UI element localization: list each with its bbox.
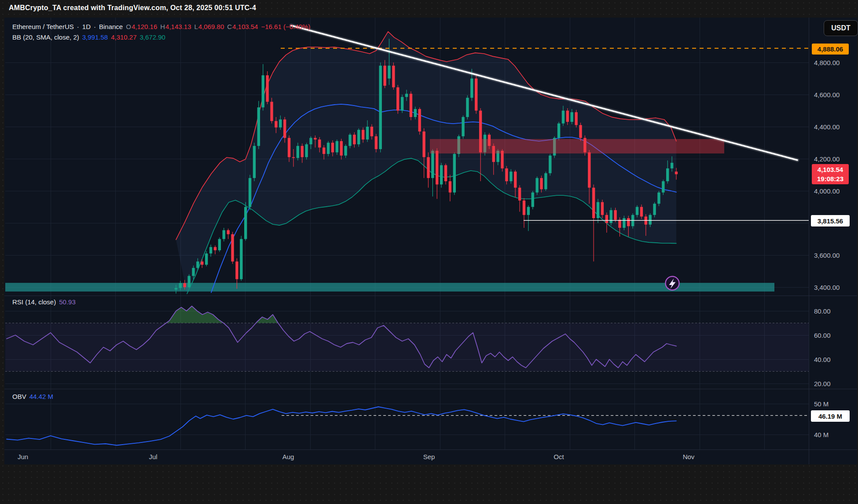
support-level-badge: 3,815.56 (811, 215, 850, 226)
rsi-tick-label: 80.00 (814, 307, 831, 315)
bb-upper-value: 4,310.27 (111, 33, 136, 41)
footer-bar: TradingView (0, 464, 858, 504)
time-axis-label-jul: Jul (149, 453, 157, 460)
rsi-value: 50.93 (59, 298, 76, 306)
chart-panel[interactable] (4, 18, 857, 464)
rsi-tick-label: 40.00 (814, 356, 831, 363)
high-value: H4,143.13 (160, 23, 191, 30)
time-axis-label-aug: Aug (282, 453, 294, 460)
open-value: O4,120.16 (126, 23, 157, 30)
watermark-bar: AMBCrypto_TA created with TradingView.co… (0, 0, 858, 18)
ath-price-badge: 4,888.06 (812, 44, 849, 55)
time-axis-label-sep: Sep (423, 453, 435, 460)
rsi-label: RSI (14, close) (12, 298, 56, 306)
symbol-legend[interactable]: Ethereum / TetherUS · 1D · Binance O4,12… (12, 23, 310, 30)
time-axis-label-oct: Oct (554, 453, 564, 460)
close-value: C4,103.54 (227, 23, 258, 30)
price-tick-label: 4,400.00 (814, 123, 840, 131)
bb-legend[interactable]: BB (20, SMA, close, 2) 3,991.58 4,310.27… (12, 33, 165, 41)
obv-tick-label: 40 M (814, 431, 829, 438)
currency-toggle-button[interactable]: USDT (824, 20, 858, 36)
obv-label: OBV (12, 393, 26, 400)
obv-value: 44.42 M (29, 393, 53, 400)
legend-separator: · (77, 23, 79, 30)
price-tick-label: 3,600.00 (814, 252, 840, 259)
price-tick-label: 3,400.00 (814, 284, 840, 291)
legend-separator: · (94, 23, 96, 30)
rsi-tick-label: 20.00 (814, 380, 831, 387)
bb-lower-value: 3,672.90 (140, 33, 165, 41)
exchange-label: Binance (99, 23, 123, 30)
bb-basis-value: 3,991.58 (82, 33, 108, 41)
obv-level-badge: 46.19 M (811, 410, 850, 422)
obv-tick-label: 50 M (814, 400, 829, 408)
bar-countdown: 19:08:23 (817, 174, 843, 183)
obv-legend[interactable]: OBV 44.42 M (12, 393, 53, 400)
price-tick-label: 4,200.00 (814, 155, 840, 163)
current-price: 4,103.54 (818, 165, 843, 174)
change-value: −16.61 (−0.40%) (261, 23, 310, 30)
price-tick-label: 4,600.00 (814, 91, 840, 99)
time-axis-label-jun: Jun (18, 453, 28, 460)
current-price-badge: 4,103.54 19:08:23 (812, 164, 849, 184)
interval-label: 1D (82, 23, 91, 30)
watermark-text: AMBCrypto_TA created with TradingView.co… (9, 4, 256, 12)
symbol-name: Ethereum / TetherUS (12, 23, 74, 30)
rsi-legend[interactable]: RSI (14, close) 50.93 (12, 298, 76, 306)
low-value: L4,069.80 (194, 23, 224, 30)
rsi-tick-label: 60.00 (814, 332, 831, 339)
price-tick-label: 4,800.00 (814, 59, 840, 66)
bb-label: BB (20, SMA, close, 2) (12, 33, 79, 41)
time-axis-label-nov: Nov (683, 453, 695, 460)
price-tick-label: 4,000.00 (814, 187, 840, 195)
